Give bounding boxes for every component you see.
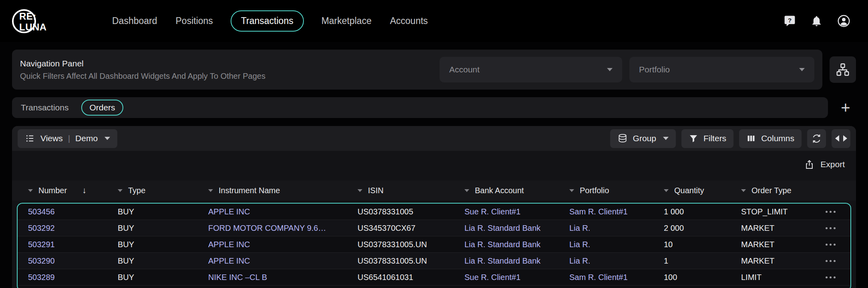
portfolio-dropdown[interactable]: Portfolio (629, 57, 814, 82)
column-menu-icon[interactable] (569, 189, 574, 192)
page-prev-icon[interactable] (835, 135, 839, 142)
profile-button[interactable] (837, 14, 850, 28)
cell-portfolio[interactable]: Lia R. (569, 256, 664, 266)
export-button[interactable]: Export (804, 159, 845, 170)
ellipsis-icon (826, 227, 828, 229)
filters-button[interactable]: Filters (681, 129, 733, 148)
column-menu-icon[interactable] (208, 189, 213, 192)
row-actions-button[interactable] (817, 253, 844, 269)
cell-number[interactable]: 503292 (28, 224, 118, 233)
nav-item-positions[interactable]: Positions (175, 10, 214, 32)
cell-order-type: MARKET (741, 256, 817, 266)
cell-portfolio[interactable]: Sam R. Client#1 (569, 273, 664, 282)
main-nav: Dashboard Positions Transactions Marketp… (111, 10, 429, 32)
refresh-button[interactable] (807, 129, 826, 148)
ellipsis-icon (834, 244, 836, 246)
table-row[interactable]: 503291 BUY APPLE INC US0378331005.UN Lia… (18, 236, 850, 253)
tabs-panel: Transactions Orders (12, 97, 828, 118)
column-header-type[interactable]: Type (118, 186, 208, 195)
column-header-number[interactable]: Number ↓ (28, 186, 118, 195)
cell-number[interactable]: 503291 (28, 240, 118, 249)
navigation-panel-subtitle: Quick Filters Affect All Dashboard Widge… (20, 72, 265, 81)
column-header-quantity[interactable]: Quantity (664, 186, 741, 195)
ellipsis-icon (830, 244, 832, 246)
cell-bank-account[interactable]: Sue R. Client#1 (464, 273, 569, 282)
svg-text:?: ? (788, 17, 792, 24)
cell-bank-account[interactable]: Lia R. Standard Bank (464, 224, 569, 233)
portfolio-dropdown-label: Portfolio (639, 65, 670, 74)
column-header-order-type[interactable]: Order Type (741, 186, 817, 195)
pager-buttons[interactable] (832, 129, 850, 148)
sort-descending-icon[interactable]: ↓ (82, 186, 86, 195)
column-header-isin[interactable]: ISIN (358, 186, 464, 195)
row-actions-button[interactable] (817, 204, 844, 220)
views-button[interactable]: Views | Demo (18, 129, 117, 148)
tabs-row: Transactions Orders + (12, 97, 856, 118)
help-chat-icon: ? (784, 15, 796, 27)
cell-isin: US0378331005 (358, 207, 464, 216)
top-icons: ? (784, 14, 850, 28)
cell-quantity: 1 (664, 256, 741, 266)
nav-item-marketplace[interactable]: Marketplace (321, 10, 372, 32)
column-header-bank-account[interactable]: Bank Account (464, 186, 569, 195)
cell-bank-account[interactable]: Lia R. Standard Bank (464, 240, 569, 249)
row-actions-button[interactable] (817, 220, 844, 236)
column-menu-icon[interactable] (741, 189, 746, 192)
filter-funnel-icon (689, 134, 698, 143)
column-menu-icon[interactable] (664, 189, 669, 192)
column-header-portfolio[interactable]: Portfolio (569, 186, 664, 195)
cell-number[interactable]: 503290 (28, 256, 118, 266)
cell-portfolio[interactable]: Lia R. (569, 224, 664, 233)
nav-item-transactions[interactable]: Transactions (231, 10, 304, 32)
refresh-icon (811, 133, 822, 144)
cell-quantity: 2 000 (664, 224, 741, 233)
cell-type: BUY (118, 240, 208, 249)
cell-instrument-name[interactable]: NIKE INC –CL B (208, 273, 358, 282)
notifications-button[interactable] (810, 15, 823, 27)
column-menu-icon[interactable] (464, 189, 469, 192)
cell-instrument-name[interactable]: APPLE INC (208, 240, 358, 249)
table-row[interactable]: 503292 BUY FORD MOTOR COMPANY 9.6… US345… (18, 220, 850, 236)
group-button[interactable]: Group (610, 129, 676, 148)
account-dropdown-label: Account (449, 65, 480, 74)
cell-instrument-name[interactable]: APPLE INC (208, 256, 358, 266)
cell-bank-account[interactable]: Sue R. Client#1 (464, 207, 569, 216)
navigation-panel-text: Navigation Panel Quick Filters Affect Al… (20, 59, 265, 81)
account-dropdown[interactable]: Account (440, 57, 622, 82)
cell-type: BUY (118, 273, 208, 282)
ellipsis-icon (830, 260, 832, 262)
row-actions-button[interactable] (817, 236, 844, 252)
add-tab-button[interactable]: + (835, 97, 856, 118)
cell-portfolio[interactable]: Sam R. Client#1 (569, 207, 664, 216)
cell-bank-account[interactable]: Lia R. Standard Bank (464, 256, 569, 266)
table-row[interactable]: 503456 BUY APPLE INC US0378331005 Sue R.… (18, 204, 850, 220)
column-menu-icon[interactable] (118, 189, 123, 192)
logo-line2: LUNA (19, 22, 47, 32)
cell-isin: US0378331005.UN (358, 240, 464, 249)
chevron-down-icon (104, 137, 110, 140)
tab-orders[interactable]: Orders (81, 100, 123, 116)
views-label: Views (40, 134, 63, 143)
cell-number[interactable]: 503456 (28, 207, 118, 216)
table-row[interactable]: 503289 BUY NIKE INC –CL B US6541061031 S… (18, 269, 850, 286)
column-menu-icon[interactable] (358, 189, 362, 192)
columns-button[interactable]: Columns (739, 129, 802, 148)
help-chat-button[interactable]: ? (784, 15, 796, 27)
column-menu-icon[interactable] (28, 189, 33, 192)
cell-instrument-name[interactable]: FORD MOTOR COMPANY 9.6… (208, 224, 358, 233)
views-current-value: Demo (75, 134, 98, 143)
page-next-icon[interactable] (843, 135, 847, 142)
nav-item-dashboard[interactable]: Dashboard (111, 10, 158, 32)
tab-transactions[interactable]: Transactions (20, 102, 69, 113)
cell-number[interactable]: 503289 (28, 273, 118, 282)
column-header-instrument-name[interactable]: Instrument Name (208, 186, 358, 195)
group-label: Group (633, 134, 656, 143)
logo[interactable]: RE: LUNA (12, 6, 64, 36)
hierarchy-view-button[interactable] (830, 56, 856, 83)
cell-quantity: 10 (664, 240, 741, 249)
row-actions-button[interactable] (817, 269, 844, 285)
nav-item-accounts[interactable]: Accounts (389, 10, 429, 32)
cell-instrument-name[interactable]: APPLE INC (208, 207, 358, 216)
table-row[interactable]: 503290 BUY APPLE INC US0378331005.UN Lia… (18, 253, 850, 269)
cell-portfolio[interactable]: Lia R. (569, 240, 664, 249)
